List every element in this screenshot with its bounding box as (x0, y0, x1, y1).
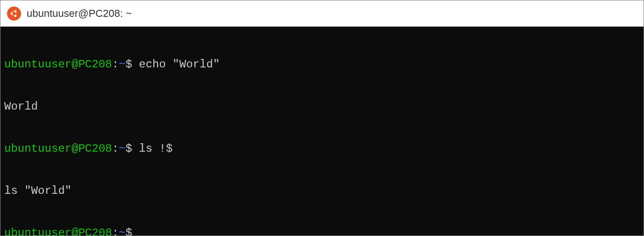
prompt-user-host: ubuntuuser@PC208 (4, 227, 112, 236)
prompt-user-host: ubuntuuser@PC208 (4, 58, 112, 71)
titlebar[interactable]: ubuntuuser@PC208: ~ (0, 0, 644, 27)
prompt-symbol: $ (125, 227, 132, 236)
command-text: echo "World" (132, 58, 220, 71)
prompt-colon: : (112, 227, 118, 236)
prompt-path: ~ (119, 227, 125, 236)
command-text: ls !$ (132, 142, 173, 155)
prompt-path: ~ (119, 58, 125, 71)
terminal-output-1: World (4, 100, 640, 114)
prompt-user-host: ubuntuuser@PC208 (4, 142, 112, 155)
terminal-line-3: ubuntuuser@PC208:~$ (4, 226, 640, 236)
command-text (132, 227, 139, 236)
terminal-window: ubuntuuser@PC208: ~ ubuntuuser@PC208:~$ … (0, 0, 644, 236)
window-title: ubuntuuser@PC208: ~ (27, 7, 132, 20)
terminal-line-1: ubuntuuser@PC208:~$ echo "World" (4, 58, 640, 72)
prompt-path: ~ (119, 142, 125, 155)
prompt-colon: : (112, 142, 118, 155)
terminal-body[interactable]: ubuntuuser@PC208:~$ echo "World" World u… (0, 27, 644, 236)
ubuntu-icon (7, 7, 21, 21)
terminal-output-2: ls "World" (4, 184, 640, 198)
prompt-colon: : (112, 58, 118, 71)
prompt-symbol: $ (125, 142, 132, 155)
prompt-symbol: $ (125, 58, 132, 71)
terminal-line-2: ubuntuuser@PC208:~$ ls !$ (4, 142, 640, 156)
